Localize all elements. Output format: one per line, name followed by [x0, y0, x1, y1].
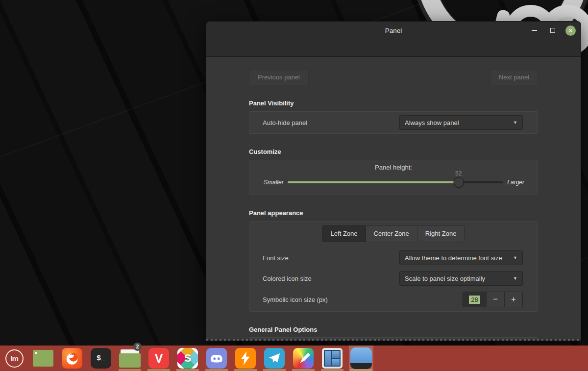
- running-indicator: [147, 369, 170, 371]
- titlebar[interactable]: Panel ✕: [206, 22, 581, 57]
- symbolic-icon-size-label: Symbolic icon size (px): [263, 296, 328, 303]
- taskbar-item-power-app[interactable]: [233, 346, 258, 371]
- taskbar-item-mint-menu[interactable]: lm: [2, 346, 26, 371]
- firefox-icon: [62, 348, 82, 369]
- running-indicator: [321, 369, 343, 371]
- paintbrush-icon: [293, 348, 314, 369]
- chevron-down-icon: ▼: [513, 120, 517, 125]
- tab-right-zone[interactable]: Right Zone: [417, 225, 465, 242]
- window-bottom-resize-edge[interactable]: [206, 339, 581, 341]
- telegram-icon: [264, 348, 285, 369]
- tile-pane: [325, 351, 331, 366]
- slider-handle[interactable]: [453, 177, 464, 188]
- panel-icon-screen: [350, 347, 372, 363]
- slider-fill: [288, 181, 459, 183]
- running-indicator: [205, 369, 228, 371]
- panel-height-slider[interactable]: 52: [288, 176, 504, 189]
- colored-icon-size-dropdown-value: Scale to panel size optimally: [405, 275, 485, 282]
- folder-icon: [119, 349, 141, 368]
- font-size-dropdown-value: Allow theme to determine font size: [405, 254, 502, 262]
- mint-glyph: lm: [10, 354, 18, 363]
- vivaldi-glyph: V: [155, 351, 163, 366]
- minus-icon: −: [493, 295, 498, 304]
- previous-panel-button[interactable]: Previous panel: [249, 70, 309, 85]
- window-title: Panel: [385, 27, 402, 34]
- folder-front: [119, 353, 141, 368]
- symbolic-icon-size-value: 28: [469, 296, 480, 304]
- running-indicator: [176, 369, 199, 371]
- window-content: Previous panel Next panel Panel Visibili…: [206, 57, 581, 341]
- taskbar-item-telegram[interactable]: [262, 346, 287, 371]
- zone-tabs: Left Zone Center Zone Right Zone: [249, 225, 538, 242]
- terminal-icon: $_: [91, 348, 111, 369]
- slider-value: 52: [455, 170, 462, 177]
- autohide-dropdown-value: Always show panel: [405, 119, 459, 126]
- running-indicator: [350, 369, 372, 371]
- taskbar-item-discord[interactable]: [204, 346, 229, 371]
- file-manager-icon: [33, 350, 53, 367]
- symbolic-icon-size-field[interactable]: 28: [463, 292, 486, 307]
- mint-menu-icon: lm: [5, 349, 24, 368]
- taskbar-item-paint-app[interactable]: [291, 346, 316, 371]
- font-size-dropdown[interactable]: Allow theme to determine font size ▼: [399, 250, 523, 265]
- slack-icon: S: [177, 348, 198, 369]
- font-size-label: Font size: [263, 254, 289, 262]
- window-tiles-icon: [322, 348, 343, 369]
- maximize-button[interactable]: [547, 25, 559, 36]
- panel-height-title: Panel height:: [249, 164, 538, 171]
- taskbar-item-vivaldi[interactable]: V: [147, 346, 171, 371]
- taskbar-item-file-manager[interactable]: [31, 346, 55, 371]
- close-button[interactable]: ✕: [565, 25, 576, 36]
- taskbar-item-firefox[interactable]: [60, 346, 84, 371]
- panel-appearance-group: Left Zone Center Zone Right Zone Font si…: [249, 221, 538, 312]
- tab-left-zone[interactable]: Left Zone: [322, 225, 366, 242]
- plus-icon: +: [511, 295, 516, 304]
- section-header-general-panel-options: General Panel Options: [249, 326, 538, 333]
- next-panel-button[interactable]: Next panel: [490, 70, 538, 85]
- window-dot: [35, 352, 37, 354]
- colored-icon-size-dropdown[interactable]: Scale to panel size optimally ▼: [399, 271, 523, 286]
- section-header-panel-visibility: Panel Visibility: [249, 99, 538, 107]
- vivaldi-icon: V: [148, 348, 169, 369]
- taskbar: lm $_ 2 V S: [0, 346, 588, 371]
- slack-glyph: S: [184, 352, 192, 365]
- slider-smaller-label: Smaller: [264, 179, 284, 186]
- tile-pane: [332, 359, 340, 366]
- minimize-button[interactable]: [528, 25, 540, 36]
- running-indicator: [292, 369, 315, 371]
- colored-icon-size-label: Colored icon size: [263, 275, 312, 282]
- terminal-glyph: $_: [97, 354, 105, 363]
- running-indicator: [119, 369, 141, 371]
- tab-center-zone[interactable]: Center Zone: [366, 225, 417, 242]
- decrement-button[interactable]: −: [486, 292, 504, 307]
- symbolic-icon-size-stepper: 28 − +: [463, 292, 523, 307]
- panel-settings-window: Panel ✕ Previous panel Next panel Panel …: [206, 21, 581, 341]
- chevron-down-icon: ▼: [513, 255, 517, 260]
- autohide-label: Auto-hide panel: [263, 119, 307, 126]
- running-indicator: [234, 369, 257, 371]
- lightning-bolt-icon: [235, 348, 256, 369]
- close-icon: ✕: [568, 28, 572, 33]
- customize-group: Panel height: Smaller 52 Larger: [249, 160, 538, 195]
- notification-badge: 2: [133, 343, 142, 351]
- tiles-frame: [324, 350, 341, 367]
- slider-larger-label: Larger: [507, 179, 524, 186]
- minimize-icon: [532, 30, 537, 31]
- taskbar-item-panel-settings-active[interactable]: [349, 346, 373, 371]
- taskbar-item-slack[interactable]: S: [175, 346, 200, 371]
- section-header-panel-appearance: Panel appearance: [249, 209, 538, 217]
- increment-button[interactable]: +: [504, 292, 522, 307]
- taskbar-item-window-tiler[interactable]: [320, 346, 344, 371]
- panel-settings-icon: [350, 347, 372, 369]
- section-header-customize: Customize: [249, 148, 538, 155]
- discord-icon: [206, 348, 227, 369]
- panel-icon-bar: [350, 363, 372, 369]
- autohide-dropdown[interactable]: Always show panel ▼: [399, 115, 523, 130]
- taskbar-item-folder-window[interactable]: 2: [118, 346, 142, 371]
- panel-visibility-group: Auto-hide panel Always show panel ▼: [249, 111, 538, 134]
- maximize-icon: [550, 28, 555, 33]
- running-indicator: [263, 369, 286, 371]
- taskbar-item-terminal[interactable]: $_: [89, 346, 113, 371]
- chevron-down-icon: ▼: [513, 276, 517, 281]
- tile-pane: [332, 351, 340, 358]
